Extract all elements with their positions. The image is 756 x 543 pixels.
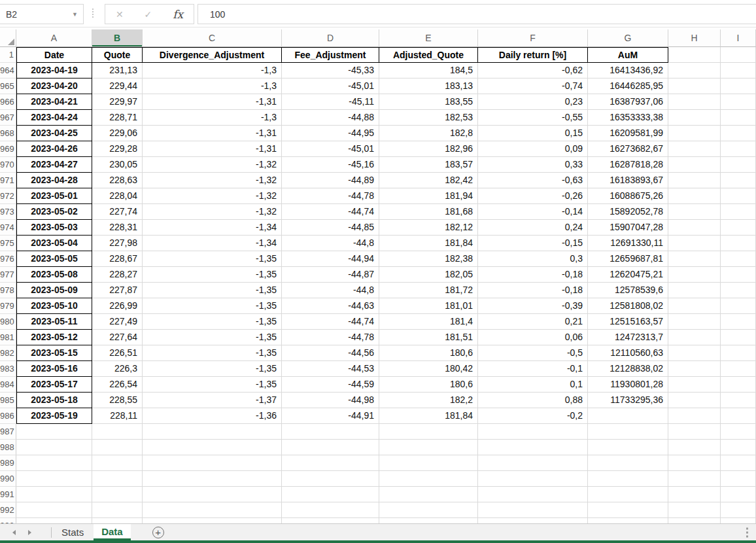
cell[interactable]: -44,98: [282, 393, 379, 408]
row-number[interactable]: 978: [0, 283, 16, 298]
cell[interactable]: [282, 518, 379, 523]
cell[interactable]: -1,35: [143, 267, 282, 283]
cell[interactable]: -0,5: [478, 345, 588, 361]
cell[interactable]: [668, 471, 721, 487]
cell[interactable]: 12472313,7: [588, 330, 668, 345]
cell[interactable]: 228,55: [92, 393, 143, 408]
cell[interactable]: 231,13: [92, 63, 143, 79]
cell[interactable]: [16, 440, 92, 455]
cell[interactable]: 227,64: [92, 330, 143, 345]
row-number[interactable]: 965: [0, 79, 16, 94]
cell[interactable]: 0,23: [478, 94, 588, 110]
column-header-H[interactable]: H: [668, 29, 721, 47]
cell[interactable]: [143, 518, 282, 523]
cell[interactable]: -1,31: [143, 141, 282, 157]
header-cell[interactable]: Quote: [92, 47, 143, 63]
cell[interactable]: -44,78: [282, 188, 379, 204]
cell[interactable]: -44,53: [282, 361, 379, 377]
cell[interactable]: 2023-05-01: [16, 188, 92, 204]
cell[interactable]: -1,31: [143, 94, 282, 110]
cell[interactable]: -44,8: [282, 236, 379, 251]
cell[interactable]: -44,91: [282, 408, 379, 424]
cell[interactable]: [668, 267, 721, 283]
column-header-E[interactable]: E: [379, 29, 478, 47]
cell[interactable]: -1,32: [143, 173, 282, 188]
cell[interactable]: -1,35: [143, 251, 282, 267]
cell[interactable]: -1,36: [143, 408, 282, 424]
cell[interactable]: -1,37: [143, 393, 282, 408]
cell[interactable]: 2023-04-20: [16, 79, 92, 94]
cell[interactable]: [588, 502, 668, 518]
row-number[interactable]: 970: [0, 157, 16, 173]
cell[interactable]: [668, 141, 721, 157]
cell[interactable]: -45,33: [282, 63, 379, 79]
cell[interactable]: 228,71: [92, 110, 143, 126]
cell[interactable]: 0,24: [478, 220, 588, 236]
cell[interactable]: [478, 455, 588, 471]
cell[interactable]: -1,32: [143, 157, 282, 173]
cell[interactable]: -45,16: [282, 157, 379, 173]
cell[interactable]: [721, 330, 756, 345]
cell[interactable]: 229,06: [92, 126, 143, 141]
name-box[interactable]: B2 ▼: [0, 4, 84, 24]
cell[interactable]: 227,49: [92, 314, 143, 330]
cell[interactable]: -0,26: [478, 188, 588, 204]
cell[interactable]: 227,87: [92, 283, 143, 298]
cancel-icon[interactable]: ✕: [116, 9, 124, 20]
cell[interactable]: 2023-05-09: [16, 283, 92, 298]
cell[interactable]: 229,97: [92, 94, 143, 110]
cell[interactable]: 226,3: [92, 361, 143, 377]
cell[interactable]: 0,06: [478, 330, 588, 345]
cell[interactable]: [379, 455, 478, 471]
cell[interactable]: [721, 220, 756, 236]
cell[interactable]: [16, 487, 92, 502]
cell[interactable]: -1,35: [143, 377, 282, 393]
row-number[interactable]: 974: [0, 220, 16, 236]
cell[interactable]: 0,33: [478, 157, 588, 173]
header-cell[interactable]: Fee_Adjustment: [282, 47, 379, 63]
cell[interactable]: 183,13: [379, 79, 478, 94]
cell[interactable]: [721, 94, 756, 110]
cell[interactable]: 228,11: [92, 408, 143, 424]
cell[interactable]: 180,42: [379, 361, 478, 377]
header-cell[interactable]: AuM: [588, 47, 668, 63]
row-number[interactable]: 972: [0, 188, 16, 204]
cell[interactable]: [668, 487, 721, 502]
cell[interactable]: 12515163,57: [588, 314, 668, 330]
cell[interactable]: -0,62: [478, 63, 588, 79]
cell[interactable]: [721, 283, 756, 298]
row-number[interactable]: 985: [0, 393, 16, 408]
cell[interactable]: [721, 361, 756, 377]
cell[interactable]: [16, 502, 92, 518]
row-number[interactable]: 966: [0, 94, 16, 110]
cell[interactable]: 183,55: [379, 94, 478, 110]
cell[interactable]: 12128838,02: [588, 361, 668, 377]
cell[interactable]: [478, 502, 588, 518]
cell[interactable]: 226,99: [92, 298, 143, 314]
cell[interactable]: [721, 47, 756, 63]
cell[interactable]: 0,15: [478, 126, 588, 141]
cell[interactable]: 2023-04-28: [16, 173, 92, 188]
cell[interactable]: 181,01: [379, 298, 478, 314]
cell[interactable]: 16088675,26: [588, 188, 668, 204]
cell[interactable]: -1,34: [143, 220, 282, 236]
cell[interactable]: [379, 440, 478, 455]
cell[interactable]: -45,11: [282, 94, 379, 110]
cell[interactable]: 0,3: [478, 251, 588, 267]
cell[interactable]: 12110560,63: [588, 345, 668, 361]
cell[interactable]: [721, 518, 756, 523]
cell[interactable]: 0,21: [478, 314, 588, 330]
cell[interactable]: [721, 377, 756, 393]
row-number[interactable]: 987: [0, 424, 16, 440]
cell[interactable]: [282, 487, 379, 502]
cell[interactable]: -45,01: [282, 79, 379, 94]
row-number[interactable]: 979: [0, 298, 16, 314]
column-header-B[interactable]: B: [92, 29, 143, 47]
cell[interactable]: 228,67: [92, 251, 143, 267]
row-number[interactable]: 991: [0, 487, 16, 502]
cell[interactable]: [721, 345, 756, 361]
cell[interactable]: [379, 471, 478, 487]
cell[interactable]: [282, 440, 379, 455]
cell[interactable]: -44,88: [282, 110, 379, 126]
cell[interactable]: [92, 455, 143, 471]
